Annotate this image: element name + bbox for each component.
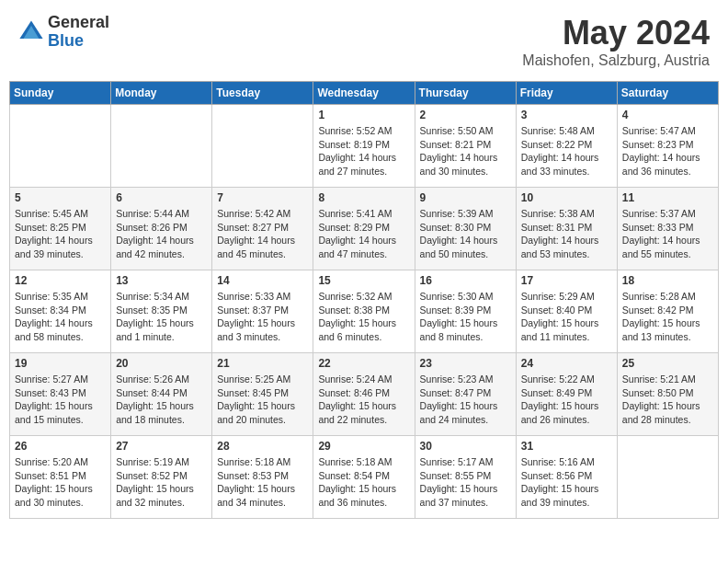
day-info: Sunrise: 5:30 AM Sunset: 8:39 PM Dayligh…: [420, 290, 511, 344]
day-info: Sunrise: 5:21 AM Sunset: 8:50 PM Dayligh…: [622, 373, 713, 427]
day-number: 6: [116, 191, 207, 204]
daylight-text: Daylight: 15 hours and 32 minutes.: [116, 483, 194, 508]
day-info: Sunrise: 5:16 AM Sunset: 8:56 PM Dayligh…: [521, 455, 612, 510]
sunrise-text: Sunrise: 5:45 AM: [15, 208, 88, 219]
day-info: Sunrise: 5:45 AM Sunset: 8:25 PM Dayligh…: [15, 207, 106, 261]
sunrise-text: Sunrise: 5:38 AM: [521, 208, 595, 219]
day-info: Sunrise: 5:44 AM Sunset: 8:26 PM Dayligh…: [116, 207, 207, 261]
sunset-text: Sunset: 8:27 PM: [217, 222, 289, 233]
sunrise-text: Sunrise: 5:52 AM: [318, 125, 392, 136]
day-info: Sunrise: 5:28 AM Sunset: 8:42 PM Dayligh…: [622, 290, 713, 344]
day-number: 22: [318, 357, 409, 370]
sunrise-text: Sunrise: 5:41 AM: [318, 208, 392, 219]
sunrise-text: Sunrise: 5:23 AM: [420, 373, 494, 385]
daylight-text: Daylight: 15 hours and 34 minutes.: [217, 483, 295, 508]
calendar-cell: 26 Sunrise: 5:20 AM Sunset: 8:51 PM Dayl…: [10, 436, 111, 519]
daylight-text: Daylight: 15 hours and 28 minutes.: [622, 400, 700, 425]
day-info: Sunrise: 5:42 AM Sunset: 8:27 PM Dayligh…: [217, 207, 308, 261]
calendar-cell: 25 Sunrise: 5:21 AM Sunset: 8:50 PM Dayl…: [617, 353, 718, 436]
daylight-text: Daylight: 15 hours and 6 minutes.: [318, 317, 396, 342]
day-info: Sunrise: 5:35 AM Sunset: 8:34 PM Dayligh…: [15, 290, 106, 344]
daylight-text: Daylight: 14 hours and 58 minutes.: [15, 317, 93, 342]
daylight-text: Daylight: 14 hours and 45 minutes.: [217, 235, 295, 259]
sunrise-text: Sunrise: 5:18 AM: [318, 456, 392, 467]
calendar-cell: 1 Sunrise: 5:52 AM Sunset: 8:19 PM Dayli…: [313, 105, 415, 188]
sunrise-text: Sunrise: 5:26 AM: [116, 373, 189, 385]
weekday-header: Wednesday: [313, 82, 415, 105]
calendar-cell: 16 Sunrise: 5:30 AM Sunset: 8:39 PM Dayl…: [415, 270, 516, 353]
day-info: Sunrise: 5:19 AM Sunset: 8:52 PM Dayligh…: [116, 455, 207, 510]
weekday-header: Monday: [111, 82, 212, 105]
sunrise-text: Sunrise: 5:22 AM: [521, 373, 595, 385]
calendar-cell: 13 Sunrise: 5:34 AM Sunset: 8:35 PM Dayl…: [111, 270, 212, 353]
daylight-text: Daylight: 14 hours and 33 minutes.: [521, 152, 599, 177]
day-number: 15: [318, 274, 409, 287]
calendar-cell: [10, 105, 111, 188]
sunrise-text: Sunrise: 5:35 AM: [15, 291, 88, 302]
daylight-text: Daylight: 14 hours and 27 minutes.: [318, 152, 396, 177]
calendar-cell: 29 Sunrise: 5:18 AM Sunset: 8:54 PM Dayl…: [313, 436, 415, 519]
day-number: 14: [217, 274, 308, 287]
calendar-cell: 17 Sunrise: 5:29 AM Sunset: 8:40 PM Dayl…: [516, 270, 617, 353]
calendar-cell: 3 Sunrise: 5:48 AM Sunset: 8:22 PM Dayli…: [516, 105, 617, 188]
daylight-text: Daylight: 14 hours and 36 minutes.: [622, 152, 700, 177]
calendar-cell: 15 Sunrise: 5:32 AM Sunset: 8:38 PM Dayl…: [313, 270, 415, 353]
day-info: Sunrise: 5:38 AM Sunset: 8:31 PM Dayligh…: [521, 207, 612, 261]
sunset-text: Sunset: 8:40 PM: [521, 304, 593, 316]
daylight-text: Daylight: 15 hours and 20 minutes.: [217, 400, 295, 425]
sunrise-text: Sunrise: 5:18 AM: [217, 456, 290, 467]
sunset-text: Sunset: 8:38 PM: [318, 304, 390, 316]
sunset-text: Sunset: 8:49 PM: [521, 387, 593, 398]
sunrise-text: Sunrise: 5:25 AM: [217, 373, 290, 385]
day-number: 7: [217, 191, 308, 204]
day-number: 1: [318, 109, 409, 121]
day-number: 21: [217, 357, 308, 370]
calendar-cell: 11 Sunrise: 5:37 AM Sunset: 8:33 PM Dayl…: [617, 188, 718, 270]
sunrise-text: Sunrise: 5:20 AM: [15, 456, 88, 467]
daylight-text: Daylight: 15 hours and 18 minutes.: [116, 400, 194, 425]
day-number: 11: [622, 191, 713, 204]
sunset-text: Sunset: 8:26 PM: [116, 222, 188, 233]
sunrise-text: Sunrise: 5:44 AM: [116, 208, 189, 219]
daylight-text: Daylight: 15 hours and 11 minutes.: [521, 317, 599, 342]
day-number: 27: [116, 440, 207, 453]
daylight-text: Daylight: 15 hours and 39 minutes.: [521, 483, 599, 508]
daylight-text: Daylight: 15 hours and 36 minutes.: [318, 483, 396, 508]
sunrise-text: Sunrise: 5:37 AM: [622, 208, 696, 219]
day-info: Sunrise: 5:41 AM Sunset: 8:29 PM Dayligh…: [318, 207, 409, 261]
daylight-text: Daylight: 15 hours and 30 minutes.: [15, 483, 93, 508]
calendar-cell: [617, 436, 718, 519]
daylight-text: Daylight: 15 hours and 24 minutes.: [420, 400, 498, 425]
sunrise-text: Sunrise: 5:34 AM: [116, 291, 189, 302]
sunset-text: Sunset: 8:51 PM: [15, 470, 86, 481]
day-info: Sunrise: 5:52 AM Sunset: 8:19 PM Dayligh…: [318, 124, 409, 178]
daylight-text: Daylight: 14 hours and 30 minutes.: [420, 152, 498, 177]
calendar-cell: 18 Sunrise: 5:28 AM Sunset: 8:42 PM Dayl…: [617, 270, 718, 353]
sunset-text: Sunset: 8:29 PM: [318, 222, 390, 233]
day-number: 19: [15, 357, 106, 370]
weekday-header-row: SundayMondayTuesdayWednesdayThursdayFrid…: [10, 82, 719, 105]
day-number: 30: [420, 440, 511, 453]
day-number: 13: [116, 274, 207, 287]
day-info: Sunrise: 5:32 AM Sunset: 8:38 PM Dayligh…: [318, 290, 409, 344]
sunset-text: Sunset: 8:21 PM: [420, 139, 492, 150]
sunset-text: Sunset: 8:33 PM: [622, 222, 694, 233]
day-number: 3: [521, 109, 612, 121]
day-number: 24: [521, 357, 612, 370]
day-info: Sunrise: 5:26 AM Sunset: 8:44 PM Dayligh…: [116, 373, 207, 427]
sunrise-text: Sunrise: 5:39 AM: [420, 208, 494, 219]
daylight-text: Daylight: 14 hours and 55 minutes.: [622, 235, 700, 259]
calendar-cell: 8 Sunrise: 5:41 AM Sunset: 8:29 PM Dayli…: [313, 188, 415, 270]
day-number: 10: [521, 191, 612, 204]
sunset-text: Sunset: 8:19 PM: [318, 139, 390, 150]
location-subtitle: Maishofen, Salzburg, Austria: [522, 52, 710, 69]
calendar-table: SundayMondayTuesdayWednesdayThursdayFrid…: [9, 81, 719, 519]
sunset-text: Sunset: 8:54 PM: [318, 470, 390, 481]
calendar-cell: 27 Sunrise: 5:19 AM Sunset: 8:52 PM Dayl…: [111, 436, 212, 519]
calendar-cell: 28 Sunrise: 5:18 AM Sunset: 8:53 PM Dayl…: [212, 436, 313, 519]
day-info: Sunrise: 5:27 AM Sunset: 8:43 PM Dayligh…: [15, 373, 106, 427]
sunset-text: Sunset: 8:43 PM: [15, 387, 86, 398]
sunrise-text: Sunrise: 5:47 AM: [622, 125, 696, 136]
sunset-text: Sunset: 8:44 PM: [116, 387, 188, 398]
day-number: 25: [622, 357, 713, 370]
